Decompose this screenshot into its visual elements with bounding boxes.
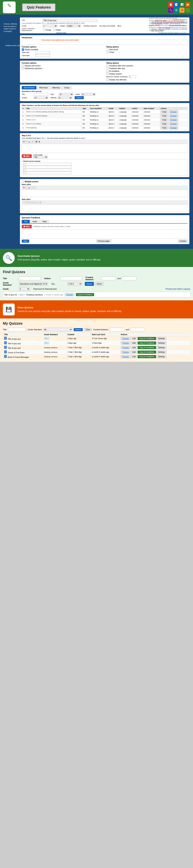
be-list[interactable]: ≡ xyxy=(34,186,36,189)
audio-quality-select[interactable]: High xyxy=(33,156,48,158)
public-radio[interactable] xyxy=(53,28,56,31)
copy-btn[interactable]: Copy xyxy=(161,122,168,125)
toolbar-img[interactable]: 🖼 xyxy=(35,141,38,143)
display-solution-check[interactable] xyxy=(106,73,108,75)
me-sum[interactable]: Σ xyxy=(31,201,34,204)
no-feedback-radio[interactable] xyxy=(106,70,108,72)
mq-edit-btn[interactable]: Edit xyxy=(131,346,137,349)
toolbar-underline[interactable]: U xyxy=(28,141,31,143)
mq-clear-btn[interactable]: Clear xyxy=(84,328,92,331)
me-sqrt[interactable]: √ xyxy=(23,201,25,204)
copy-btn[interactable]: Copy xyxy=(161,118,168,121)
q-subject-select[interactable]: All xyxy=(34,96,48,99)
preview-btn[interactable]: Preview xyxy=(168,110,178,113)
copy-btn[interactable]: Copy xyxy=(161,110,168,113)
always-available-check[interactable] xyxy=(22,49,24,51)
preview-btn[interactable]: Preview xyxy=(168,114,178,117)
subject-select[interactable]: English xyxy=(66,25,81,27)
basic-editor-area[interactable] xyxy=(22,190,188,197)
q-search-btn[interactable]: Search xyxy=(75,96,84,99)
timed-radio[interactable] xyxy=(106,51,108,54)
mc-check-1[interactable] xyxy=(23,163,25,165)
mq-preview-btn[interactable]: Preview xyxy=(121,346,130,349)
me-pi[interactable]: π xyxy=(28,201,31,204)
fq-grade-standard-select[interactable]: Operations and Algebraic Thinking xyxy=(19,282,48,286)
feedback-rec-btn[interactable]: REC xyxy=(22,225,32,228)
fq-result-preview-btn[interactable]: Preview xyxy=(65,293,74,296)
private-radio[interactable] xyxy=(43,28,45,31)
random-checkbox[interactable] xyxy=(22,67,24,70)
mq-title-filter[interactable] xyxy=(8,328,26,331)
toolbar-bold[interactable]: B xyxy=(23,141,25,143)
copy-btn[interactable]: Copy xyxy=(161,126,168,129)
be-bold[interactable]: B xyxy=(23,186,25,189)
grade-select[interactable]: 1 xyxy=(43,25,57,27)
mq-settings-btn[interactable]: Settings xyxy=(157,346,166,349)
mq-settings-btn[interactable]: Settings xyxy=(157,341,166,345)
feedback-tab-video[interactable]: Video xyxy=(40,220,49,223)
mq-search-btn[interactable]: Search xyxy=(74,328,83,331)
mq-edit-btn[interactable]: Edit xyxy=(131,337,137,340)
fq-search-btn[interactable]: Search xyxy=(85,282,94,286)
header-icon-2[interactable]: 📝 xyxy=(174,2,179,7)
me-frac[interactable]: ⅟ xyxy=(25,201,28,204)
open-book-radio[interactable] xyxy=(106,49,108,51)
mq-settings-btn[interactable]: Settings xyxy=(157,337,166,340)
feedback-after-q-radio[interactable] xyxy=(106,65,108,67)
header-icon-1[interactable]: 📋 xyxy=(168,2,173,7)
mc-text-3[interactable] xyxy=(26,169,71,171)
preview-btn[interactable]: Preview xyxy=(168,122,178,125)
mc-text-2[interactable] xyxy=(26,166,71,168)
prev-page-btn[interactable]: Previous page xyxy=(96,240,111,243)
mq-edit-btn[interactable]: Edit xyxy=(131,350,137,354)
feedback-tab-text[interactable]: Text xyxy=(22,220,30,223)
mc-check-4[interactable] xyxy=(23,172,25,174)
mq-preview-btn[interactable]: Preview xyxy=(121,355,130,358)
tab-multi-input[interactable]: Multi-Input xyxy=(37,86,50,89)
mc-text-4[interactable] xyxy=(26,172,71,174)
mc-text-1[interactable] xyxy=(26,163,71,165)
be-underline[interactable]: U xyxy=(28,186,31,189)
be-color[interactable]: A xyxy=(31,186,34,189)
q-type-select[interactable]: All xyxy=(59,93,73,96)
repeat-checkbox[interactable] xyxy=(22,65,24,67)
me-inf[interactable]: ∞ xyxy=(36,201,39,204)
feedback-tab-audio[interactable]: Audio xyxy=(30,220,39,223)
tab-short-answer[interactable]: Short Answer xyxy=(22,86,36,89)
mq-settings-btn[interactable]: Settings xyxy=(157,355,166,358)
open-date-input[interactable] xyxy=(35,51,50,54)
fq-cl-select[interactable]: 2 Of 4 xyxy=(67,282,82,286)
mq-copy-btn[interactable]: Copy & Conditions xyxy=(138,341,156,345)
rec-button[interactable]: REC xyxy=(22,154,32,158)
preview-btn[interactable]: Preview xyxy=(168,118,178,121)
mq-edit-btn[interactable]: Edit xyxy=(131,355,137,358)
header-icon-4[interactable]: 📁 xyxy=(185,2,190,7)
toolbar-video[interactable]: ▶ xyxy=(38,141,41,143)
close-date-input[interactable] xyxy=(35,54,50,57)
mq-copy-btn[interactable]: Copy & Conditions xyxy=(138,337,156,340)
mq-settings-btn[interactable]: Settings xyxy=(157,350,166,354)
mc-check-2[interactable] xyxy=(23,166,25,168)
copy-btn[interactable]: Copy xyxy=(161,114,168,117)
math-editor-area[interactable] xyxy=(22,205,188,212)
q-difficulty-select[interactable]: All xyxy=(58,96,72,99)
q-title-input[interactable] xyxy=(34,93,48,96)
mq-date-to[interactable] xyxy=(130,328,145,331)
mq-copy-btn[interactable]: Copy & Conditions xyxy=(138,346,156,349)
fq-title-input[interactable] xyxy=(19,277,41,280)
fq-grade-select[interactable]: 2 xyxy=(19,287,30,291)
max-attempts-input[interactable] xyxy=(129,75,136,78)
question-editor-area[interactable] xyxy=(22,144,188,153)
tab-essay[interactable]: Essay xyxy=(63,86,71,89)
me-int[interactable]: ∫ xyxy=(34,201,36,204)
fq-date-from-input[interactable] xyxy=(101,277,116,280)
fq-reset-btn[interactable]: Reset xyxy=(95,282,103,286)
toolbar-italic[interactable]: I xyxy=(26,141,28,143)
feedback-after-quiz-radio[interactable] xyxy=(106,67,108,70)
preview-btn[interactable]: Preview xyxy=(168,126,178,129)
q-grade-select[interactable]: All xyxy=(81,93,96,96)
mq-copy-btn[interactable]: Copy & Conditions xyxy=(138,350,156,354)
header-icon-5[interactable]: 🔧 xyxy=(168,8,173,13)
header-icon-3[interactable]: 📊 xyxy=(180,2,185,7)
tab-matching[interactable]: Matching xyxy=(51,86,62,89)
